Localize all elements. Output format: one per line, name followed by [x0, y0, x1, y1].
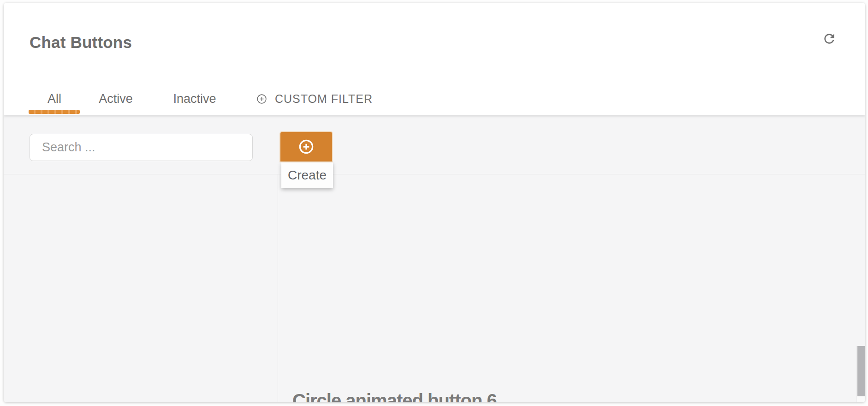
tab-inactive-label: Inactive: [173, 92, 216, 106]
details-panel: [279, 174, 865, 402]
tab-active-label: Active: [99, 92, 133, 106]
refresh-button[interactable]: [820, 30, 838, 48]
refresh-icon: [822, 31, 837, 46]
tab-all[interactable]: All: [29, 89, 80, 109]
plus-circle-icon: [256, 93, 268, 105]
header: Chat Buttons All Active Inactive: [4, 3, 865, 115]
preview-panel: [4, 174, 278, 402]
create-menu: Create: [281, 162, 333, 188]
scrollbar-thumb[interactable]: [857, 346, 865, 396]
tab-all-label: All: [48, 92, 61, 106]
toolbar: Create: [4, 115, 865, 174]
chat-button-title: Circle animated button 6: [292, 390, 497, 402]
scrollbar[interactable]: [856, 346, 865, 402]
create-button[interactable]: [280, 132, 332, 161]
create-menu-item[interactable]: Create: [288, 168, 327, 183]
tab-active[interactable]: Active: [98, 89, 133, 109]
page-title: Chat Buttons: [30, 33, 132, 52]
main-card: Chat Buttons All Active Inactive: [4, 3, 865, 402]
app-root: Chat Buttons All Active Inactive: [0, 0, 868, 406]
active-tab-underline: [29, 110, 80, 114]
custom-filter-button[interactable]: CUSTOM FILTER: [256, 89, 373, 109]
plus-circle-icon: [297, 138, 315, 155]
tab-inactive[interactable]: Inactive: [174, 89, 215, 109]
custom-filter-label: CUSTOM FILTER: [275, 92, 373, 106]
search-input[interactable]: [30, 134, 253, 161]
content-area: Circle animated button 6 0 0: [4, 174, 865, 402]
